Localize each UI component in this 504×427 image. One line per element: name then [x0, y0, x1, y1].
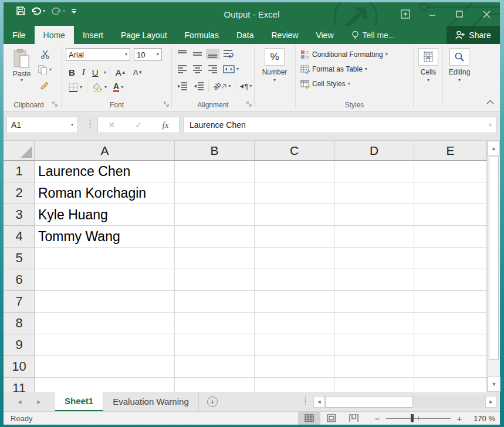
customize-qat-icon[interactable] — [71, 8, 77, 15]
align-middle-icon[interactable] — [191, 49, 204, 59]
editing-dropdown-icon[interactable]: ▾ — [458, 78, 461, 83]
number-format-button[interactable]: % Number ▾ — [259, 48, 290, 83]
cells-button[interactable]: Cells ▾ — [415, 48, 441, 83]
cell-B8[interactable] — [175, 313, 255, 334]
row-header-2[interactable]: 2 — [4, 182, 35, 204]
collapse-ribbon-icon[interactable] — [486, 98, 494, 106]
sheetbar-resize-dots[interactable]: ⋮⋮ — [302, 395, 306, 404]
bold-button[interactable]: B — [67, 66, 77, 79]
column-header-C[interactable]: C — [255, 141, 334, 160]
horizontal-scrollbar-thumb[interactable] — [325, 396, 413, 408]
cell-E2[interactable] — [414, 182, 487, 204]
zoom-out-icon[interactable]: − — [373, 414, 381, 423]
undo-button[interactable]: ▾ — [31, 7, 45, 15]
column-header-D[interactable]: D — [334, 141, 414, 160]
italic-button[interactable]: I — [80, 66, 87, 79]
formula-bar-resize-dots[interactable]: ⋮⋮ — [86, 118, 91, 127]
align-right-icon[interactable] — [206, 64, 219, 74]
cell-B9[interactable] — [175, 334, 255, 356]
tab-home[interactable]: Home — [35, 26, 74, 44]
maximize-icon[interactable] — [446, 2, 473, 26]
orientation-icon[interactable]: ab ▾ — [211, 81, 232, 92]
number-dropdown-icon[interactable]: ▾ — [273, 78, 276, 83]
row-header-6[interactable]: 6 — [4, 269, 35, 291]
underline-button[interactable]: U — [90, 66, 100, 79]
fill-color-icon[interactable]: ▾ — [90, 82, 109, 93]
font-name-select[interactable]: Arial ▾ — [66, 48, 130, 61]
cell-E4[interactable] — [414, 226, 487, 248]
merge-center-icon[interactable]: ▾ — [221, 64, 241, 74]
column-header-B[interactable]: B — [175, 141, 255, 160]
paste-dropdown-icon[interactable]: ▾ — [21, 78, 23, 83]
increase-font-size-icon[interactable]: A▲ — [114, 66, 128, 79]
redo-button[interactable]: ▾ — [51, 7, 65, 15]
scroll-right-icon[interactable]: ► — [485, 396, 497, 408]
cell-D5[interactable] — [334, 248, 414, 269]
cell-B7[interactable] — [175, 291, 255, 313]
select-all-button[interactable] — [4, 141, 35, 160]
name-box-dropdown-icon[interactable]: ▾ — [71, 123, 73, 127]
row-header-8[interactable]: 8 — [4, 313, 35, 334]
cell-C3[interactable] — [255, 204, 334, 226]
cell-D1[interactable] — [334, 161, 414, 182]
name-box[interactable]: A1 ▾ — [6, 117, 78, 133]
row-header-11[interactable]: 11 — [4, 378, 35, 392]
sheet-tab-evaluation-warning[interactable]: Evaluation Warning — [103, 392, 199, 411]
cell-B5[interactable] — [175, 248, 255, 269]
vertical-scrollbar[interactable]: ▲ ▼ — [487, 141, 500, 392]
column-header-E[interactable]: E — [414, 141, 487, 160]
cell-D11[interactable] — [334, 378, 414, 392]
cell-A5[interactable] — [35, 248, 175, 269]
cell-C9[interactable] — [255, 334, 334, 356]
cell-E11[interactable] — [414, 378, 487, 392]
row-header-5[interactable]: 5 — [4, 248, 35, 269]
undo-dropdown-icon[interactable]: ▾ — [43, 8, 45, 13]
cell-C4[interactable] — [255, 226, 334, 248]
cell-D7[interactable] — [334, 291, 414, 313]
row-header-4[interactable]: 4 — [4, 226, 35, 248]
row-header-7[interactable]: 7 — [4, 291, 35, 313]
tab-file[interactable]: File — [4, 26, 35, 44]
tab-data[interactable]: Data — [228, 26, 263, 44]
cell-E9[interactable] — [414, 334, 487, 356]
cell-D2[interactable] — [334, 182, 414, 204]
zoom-slider[interactable] — [386, 414, 451, 422]
cell-A7[interactable] — [35, 291, 175, 313]
decrease-font-size-icon[interactable]: A▼ — [131, 67, 145, 78]
clipboard-dialog-launcher-icon[interactable] — [52, 101, 58, 109]
cell-A1[interactable]: Laurence Chen — [35, 161, 175, 182]
cell-C11[interactable] — [255, 378, 334, 392]
scroll-up-icon[interactable]: ▲ — [488, 141, 500, 156]
cell-D6[interactable] — [334, 269, 414, 291]
cell-D3[interactable] — [334, 204, 414, 226]
row-header-1[interactable]: 1 — [4, 161, 35, 182]
zoom-slider-thumb[interactable] — [411, 414, 414, 422]
sheet-tab-sheet1[interactable]: Sheet1 — [55, 392, 103, 411]
horizontal-scrollbar[interactable]: ◄ ► — [313, 396, 497, 408]
paste-button[interactable]: Paste ▾ — [9, 49, 34, 83]
row-header-3[interactable]: 3 — [4, 204, 35, 226]
text-direction-icon[interactable]: ¶ ▾ — [238, 81, 253, 92]
cell-D9[interactable] — [334, 334, 414, 356]
font-size-select[interactable]: 10 ▾ — [134, 48, 162, 61]
scroll-down-icon[interactable]: ▼ — [488, 377, 500, 392]
cell-A9[interactable] — [35, 334, 175, 356]
cell-E8[interactable] — [414, 313, 487, 334]
cell-E7[interactable] — [414, 291, 487, 313]
cell-A2[interactable]: Roman Korchagin — [35, 182, 175, 204]
next-sheet-icon[interactable]: ► — [36, 398, 42, 405]
zoom-level-label[interactable]: 170 % — [468, 414, 495, 423]
cell-C2[interactable] — [255, 182, 334, 204]
align-left-icon[interactable] — [175, 64, 189, 74]
cell-B11[interactable] — [175, 378, 255, 392]
cell-C1[interactable] — [255, 161, 334, 182]
confirm-entry-icon[interactable]: ✓ — [130, 120, 147, 130]
column-header-A[interactable]: A — [35, 141, 175, 160]
cell-C5[interactable] — [255, 248, 334, 269]
normal-view-button[interactable] — [298, 412, 320, 425]
horizontal-scrollbar-track[interactable] — [325, 396, 485, 408]
tab-page-layout[interactable]: Page Layout — [112, 26, 176, 44]
zoom-in-icon[interactable]: + — [455, 414, 464, 423]
increase-indent-icon[interactable] — [192, 81, 206, 92]
cell-D10[interactable] — [334, 356, 414, 378]
